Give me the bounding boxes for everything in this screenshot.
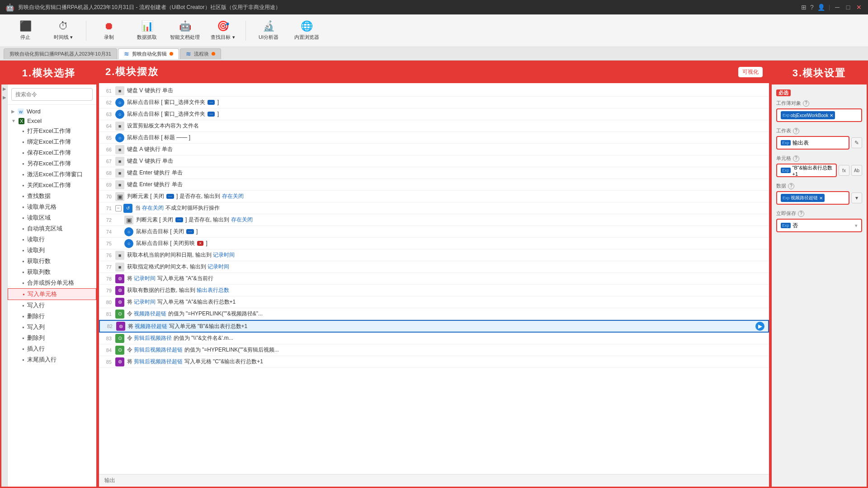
data-dropdown-icon[interactable]: ▾ (851, 192, 862, 203)
row-content-78: 将 记录时间 写入单元格 "A"&当前行 (127, 275, 765, 282)
fx-icon[interactable]: fx (839, 165, 849, 176)
user-icon[interactable]: 👤 (817, 4, 825, 11)
tree-item-open-excel[interactable]: ● 打开Excel工作簿 (8, 126, 96, 136)
tree-item-merge-split[interactable]: ● 合并或拆分单元格 (8, 277, 96, 288)
tree-item-find-data[interactable]: ● 查找数据 (8, 191, 96, 202)
play-icon: ▶ (755, 322, 764, 331)
bind-excel-label: 绑定Excel工作簿 (27, 138, 71, 146)
bullet-icon9: ● (22, 216, 24, 220)
row-num-71: 71 (99, 206, 115, 211)
flow-row-85: 85 ⊛ 将 剪辑后视频路径超链 写入单元格 "C"&输出表行总数+1 (99, 356, 769, 368)
tree-item-activate-excel[interactable]: ● 激活Excel工作簿窗口 (8, 169, 96, 180)
question-icon[interactable]: ? (810, 4, 814, 11)
data-tag-close[interactable]: ✕ (819, 196, 823, 201)
tree-item-get-row-count[interactable]: ● 获取行数 (8, 256, 96, 267)
tag-72: ··· (175, 217, 183, 222)
tree-item-word[interactable]: ▶ w Word (8, 107, 96, 116)
tree-item-delete-row[interactable]: ● 删除行 (8, 311, 96, 322)
tree-item-write-row[interactable]: ● 写入行 (8, 300, 96, 311)
browser-label: 内置浏览器 (294, 34, 319, 41)
tree-item-read-row[interactable]: ● 读取行 (8, 234, 96, 245)
cell-label: 单元格 ? (776, 155, 862, 162)
tree-item-write-col[interactable]: ● 写入列 (8, 322, 96, 333)
row-content-80: 将 记录时间 写入单元格 "A"&输出表行总数+1 (127, 298, 765, 306)
expand-btn-71[interactable]: − (115, 205, 122, 211)
data-fetch-button[interactable]: 📊 数据抓取 (129, 17, 165, 44)
visualize-button[interactable]: 可视化 (738, 67, 763, 77)
stop-button[interactable]: ⬛ 停止 (7, 17, 43, 44)
flow-row-81: 81 ⊙ 令 视频路径超链 的值为 "=HYPERLINK(""&视频路径&".… (99, 308, 769, 320)
row-icon-81: ⊙ (115, 310, 124, 319)
highlight-82a: 视频路径超链 (135, 323, 167, 329)
close-btn[interactable]: ✕ (855, 4, 863, 11)
save-now-select[interactable]: Exp 否 ▾ (776, 219, 862, 232)
tab-flow2[interactable]: ≋ 流程块 (180, 48, 221, 59)
find-target-label: 查找目标 ▾ (211, 34, 235, 41)
row-num-68: 68 (99, 170, 115, 176)
output-70: 存在关闭 (222, 193, 244, 199)
grid-icon[interactable]: ⊞ (801, 4, 807, 11)
edit-icon[interactable]: ✎ (851, 137, 862, 148)
work-obj-tag-close[interactable]: ✕ (830, 113, 833, 118)
record-icon: ⏺ (104, 20, 114, 32)
table-input[interactable]: Exp 输出表 (776, 136, 849, 150)
data-input[interactable]: Exp 视频路径超链 ✕ (776, 191, 849, 205)
tree-item-get-col-count[interactable]: ● 获取列数 (8, 267, 96, 277)
tab-main[interactable]: 剪映自动化剪辑口播RPA机器人2023年10月31 (4, 48, 117, 59)
tag-75: × (197, 241, 203, 246)
maximize-btn[interactable]: □ (844, 4, 852, 11)
tree-item-save-excel[interactable]: ● 保存Excel工作簿 (8, 147, 96, 158)
work-obj-info-icon[interactable]: ? (803, 100, 809, 107)
tag-63: ··· (208, 112, 215, 117)
row-content-63: 鼠标点击目标 [ 窗口_选择文件夹 ··· ] (127, 110, 765, 118)
data-info-icon[interactable]: ? (788, 183, 794, 189)
tree-item-auto-fill[interactable]: ● 自动填充区域 (8, 223, 96, 234)
cell-info-icon[interactable]: ? (793, 155, 799, 162)
tree-item-insert-row[interactable]: ● 插入行 (8, 343, 96, 354)
table-info-icon[interactable]: ? (793, 128, 799, 134)
ab-icon[interactable]: Ab (851, 165, 862, 176)
write-cell-label: 写入单元格 (28, 290, 57, 298)
bullet-icon3: ● (22, 151, 24, 155)
cell-input[interactable]: Exp "B"&输出表行总数+1 (776, 164, 837, 177)
tree-item-saveas-excel[interactable]: ● 另存Excel工作簿 (8, 158, 96, 169)
tree-item-write-cell[interactable]: ● 写入单元格 (8, 288, 96, 300)
row-content-83: 令 剪辑后视频路径 的值为 "\\"&文件名&'.m... (127, 334, 765, 342)
tree-item-insert-end[interactable]: ● 末尾插入行 (8, 354, 96, 365)
find-target-button[interactable]: 🎯 查找目标 ▾ (205, 17, 241, 44)
tree-item-read-range[interactable]: ● 读取区域 (8, 212, 96, 223)
row-content-64: 设置剪贴板文本内容为 文件名 (127, 122, 765, 130)
tree-item-bind-excel[interactable]: ● 绑定Excel工作簿 (8, 136, 96, 147)
save-excel-label: 保存Excel工作簿 (27, 149, 71, 157)
minimize-btn[interactable]: ─ (834, 4, 841, 11)
center-panel: 2.模块摆放 可视化 61 ■ 键盘 V 键执行 单击 62 ○ 鼠标点击目标 … (98, 61, 770, 488)
tree-item-read-col[interactable]: ● 读取列 (8, 245, 96, 256)
data-input-row: Exp 视频路径超链 ✕ ▾ (776, 191, 862, 205)
work-obj-input[interactable]: Exp objExcelWorkBook ✕ (776, 108, 862, 122)
tree-item-delete-col[interactable]: ● 删除列 (8, 333, 96, 343)
row-icon-70: ▣ (115, 192, 124, 201)
ai-doc-icon: 🤖 (179, 20, 191, 32)
ai-doc-button[interactable]: 🤖 智能文档处理 (167, 17, 203, 44)
read-col-label: 读取列 (27, 246, 45, 254)
flow-row-82[interactable]: 82 ⊛ 将 视频路径超链 写入单元格 "B"&输出表行总数+1 ▶ (99, 320, 769, 333)
record-button[interactable]: ⏺ 录制 (91, 17, 127, 44)
search-input[interactable] (11, 88, 93, 101)
tree-item-excel[interactable]: ▼ X Excel (8, 116, 96, 126)
bullet-icon20: ● (22, 347, 24, 351)
save-now-info-icon[interactable]: ? (798, 211, 804, 217)
table-label: 工作表 ? (776, 127, 862, 134)
flow-row-72: 72 ▣ 判断元素 [ 关闭 ··· ] 是否存在, 输出到 存在关闭 (99, 214, 769, 226)
flow-row-70: 70 ▣ 判断元素 [ 关闭 ··· ] 是否存在, 输出到 存在关闭 (99, 191, 769, 202)
sidebar-icon1: ▶ (2, 86, 7, 91)
browser-button[interactable]: 🌐 内置浏览器 (288, 17, 325, 44)
tab-flow2-dot (212, 52, 215, 56)
ui-analyzer-button[interactable]: 🔬 UI分析器 (250, 17, 287, 44)
excel-icon: X (19, 118, 24, 124)
tree-item-close-excel[interactable]: ● 关闭Excel工作簿 (8, 180, 96, 191)
tree-item-read-cell[interactable]: ● 读取单元格 (8, 202, 96, 212)
search-bar (8, 84, 96, 105)
timeline-button[interactable]: ⏱ 时间线 ▾ (45, 17, 81, 44)
tab-flow1[interactable]: ≋ 剪映自动化剪辑 (118, 48, 179, 59)
row-icon-79: ⊛ (115, 286, 124, 295)
